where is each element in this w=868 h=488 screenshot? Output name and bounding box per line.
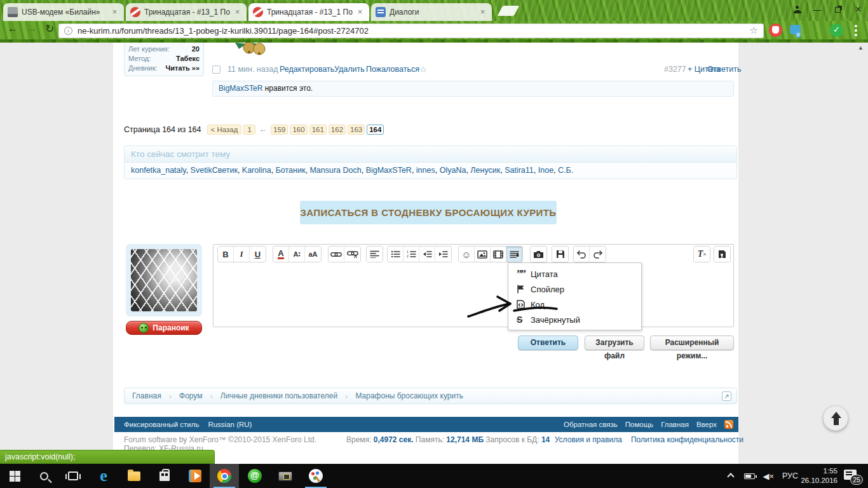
tab-thread-1[interactable]: Тринадцатая - #13_1 По ×: [126, 3, 247, 21]
edit-link[interactable]: Редактировать: [280, 65, 334, 74]
signup-cta-button[interactable]: ЗАПИСАТЬСЯ В СТОДНЕВКУ БРОСАЮЩИХ КУРИТЬ: [300, 201, 557, 224]
insert-image-button[interactable]: [475, 247, 491, 262]
tab-dialogs[interactable]: Диалоги ×: [371, 3, 492, 21]
menu-item-spoiler[interactable]: Спойлер: [508, 281, 641, 297]
reply-link[interactable]: Ответить: [707, 65, 741, 74]
unlink-button[interactable]: [344, 247, 360, 262]
avatar[interactable]: [131, 249, 197, 311]
viewer-username-link[interactable]: BigMaxSTeR: [366, 166, 412, 175]
help-link[interactable]: Помощь: [625, 421, 653, 428]
post-number[interactable]: #3277: [664, 65, 686, 74]
redo-button[interactable]: [590, 247, 606, 262]
italic-button[interactable]: I: [234, 247, 250, 262]
insert-bbcode-list-button[interactable]: [506, 247, 522, 262]
upload-file-button[interactable]: Загрузить файл: [585, 336, 644, 350]
bbcode-editor-button[interactable]: [714, 247, 730, 262]
viewer-username-link[interactable]: С.Б.: [558, 166, 573, 175]
viewer-username-link[interactable]: Ботаник: [276, 166, 306, 175]
rss-icon[interactable]: [724, 420, 733, 429]
taskbar-screenshot-tool[interactable]: [271, 464, 300, 488]
breadcrumb-marathons[interactable]: Марафоны бросающих курить: [355, 391, 463, 400]
smilies-button[interactable]: ☺: [459, 247, 475, 262]
diary-link[interactable]: Читать »»: [166, 64, 200, 73]
close-button[interactable]: ×: [848, 1, 868, 18]
unordered-list-button[interactable]: [388, 247, 403, 262]
underline-button[interactable]: U: [250, 247, 266, 262]
tab-close-icon[interactable]: ×: [478, 8, 487, 17]
viewer-username-link[interactable]: OlyaNa: [440, 166, 466, 175]
tab-thread-2-active[interactable]: Тринадцатая - #13_1 По ×: [248, 3, 369, 21]
contact-link[interactable]: Обратная связь: [564, 421, 618, 428]
reload-icon[interactable]: ↻: [42, 22, 57, 36]
top-link[interactable]: Вверх: [696, 421, 717, 428]
font-size-button[interactable]: A∶: [289, 247, 305, 262]
breadcrumb-forum[interactable]: Форум: [179, 391, 202, 400]
tab-close-icon[interactable]: ×: [233, 8, 242, 17]
outdent-button[interactable]: [419, 247, 435, 262]
font-family-button[interactable]: aA: [305, 247, 321, 262]
page-button[interactable]: 161: [309, 125, 327, 135]
taskbar-chrome[interactable]: [210, 464, 239, 488]
check-extension-icon[interactable]: ✓: [830, 24, 843, 37]
viewer-username-link[interactable]: Inoe: [538, 166, 553, 175]
insert-link-button[interactable]: [329, 247, 344, 262]
language-chooser-link[interactable]: Russian (RU): [208, 421, 252, 428]
insert-media-button[interactable]: [491, 247, 506, 262]
breadcrumb-diaries[interactable]: Личные дневники пользователей: [220, 391, 337, 400]
clock[interactable]: 1:55 26.10.2016: [799, 466, 837, 485]
delete-link[interactable]: Удалить: [334, 65, 365, 74]
breadcrumb-home[interactable]: Главная: [132, 391, 161, 400]
viewer-username-link[interactable]: SvetikСветик: [191, 166, 238, 175]
restore-button[interactable]: [827, 1, 848, 18]
tab-close-icon[interactable]: ×: [355, 8, 365, 17]
viewer-username-link[interactable]: konfetka_nataly: [131, 166, 186, 175]
page-button-first[interactable]: 1: [243, 125, 255, 135]
forward-icon[interactable]: →: [24, 22, 39, 35]
taskbar-paint[interactable]: [301, 464, 330, 488]
tray-chevron-up-icon[interactable]: [727, 473, 734, 480]
viewer-username-link[interactable]: Satira11: [505, 166, 534, 175]
start-button[interactable]: [0, 464, 29, 488]
back-icon[interactable]: ←: [5, 22, 20, 35]
bookmark-star-icon[interactable]: ☆: [750, 25, 758, 36]
menu-item-quote[interactable]: ”” Цитата: [508, 266, 641, 281]
save-drafts-button[interactable]: [552, 247, 568, 262]
bold-button[interactable]: B: [218, 247, 234, 262]
style-chooser-link[interactable]: Фиксированный стиль: [124, 421, 199, 428]
advanced-mode-button[interactable]: Расширенный режим...: [650, 336, 734, 350]
message-textarea[interactable]: [214, 264, 733, 327]
taskbar-store[interactable]: [150, 464, 179, 488]
taskbar-edge[interactable]: e: [89, 464, 118, 488]
page-button[interactable]: 159: [271, 125, 288, 135]
minimize-button[interactable]: —: [807, 1, 827, 18]
task-view-button[interactable]: [58, 464, 88, 488]
browser-menu-icon[interactable]: •••: [853, 24, 858, 37]
viewer-username-link[interactable]: Mansura Doch: [309, 166, 361, 175]
viewer-username-link[interactable]: Ленусик: [470, 166, 500, 175]
prev-page-button[interactable]: < Назад: [207, 125, 242, 135]
viewer-username-link[interactable]: innes: [416, 166, 435, 175]
report-link[interactable]: Пожаловаться: [366, 65, 419, 74]
user-status-badge[interactable]: Параноик: [126, 321, 202, 335]
indent-button[interactable]: [435, 247, 451, 262]
menu-item-code[interactable]: Код: [508, 297, 641, 312]
address-bar[interactable]: i ne-kurim.ru/forum/threads/13_1-pobeg-i…: [58, 24, 764, 38]
taskbar-mail-agent[interactable]: @: [240, 464, 269, 488]
language-indicator[interactable]: РУС: [782, 471, 798, 480]
scrollbar-up-arrow[interactable]: ▲: [858, 44, 864, 51]
page-button[interactable]: 163: [348, 125, 365, 135]
taskbar-media-player[interactable]: [180, 464, 210, 488]
tab-usb-modem[interactable]: USB-модем «Билайн» ×: [3, 3, 124, 21]
profile-icon[interactable]: [787, 1, 807, 18]
remove-formatting-button[interactable]: T×: [694, 247, 710, 262]
page-button[interactable]: 162: [329, 125, 346, 135]
liker-username[interactable]: BigMaxSTeR: [219, 84, 262, 93]
url-text[interactable]: ne-kurim.ru/forum/threads/13_1-pobeg-iz-…: [78, 26, 750, 36]
volume-muted-icon[interactable]: ◀×: [763, 471, 774, 481]
jump-to-top-icon[interactable]: ↗: [722, 391, 731, 401]
home-link[interactable]: Главная: [661, 421, 689, 428]
page-info-icon[interactable]: i: [64, 27, 72, 35]
post-select-checkbox[interactable]: [212, 65, 220, 74]
new-tab-button[interactable]: [498, 6, 520, 16]
submit-reply-button[interactable]: Ответить: [518, 336, 578, 350]
